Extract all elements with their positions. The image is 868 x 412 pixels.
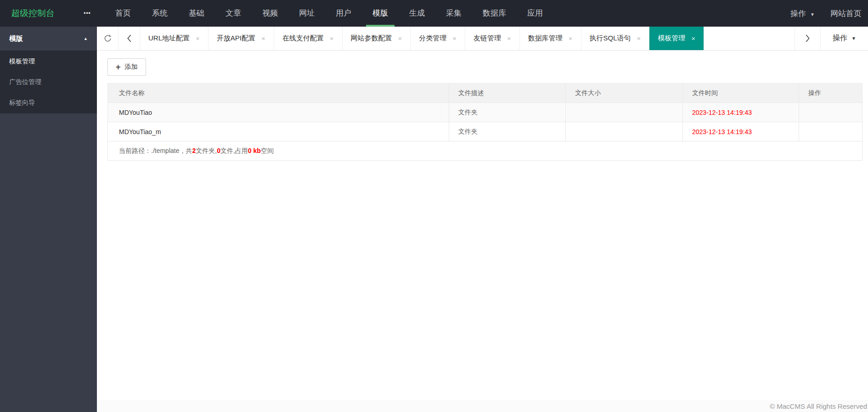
- tabbar-action-dropdown[interactable]: 操作 ▼: [820, 27, 868, 50]
- nav-item-template[interactable]: 模版: [366, 0, 395, 27]
- tab-open-api-config[interactable]: 开放API配置×: [209, 27, 274, 50]
- nav-item-label: 用户: [336, 9, 351, 17]
- summary-row: 当前路径：./template，共2文件夹,0文件,占用0 kb空间: [108, 141, 862, 161]
- plus-icon: +: [116, 63, 121, 71]
- nav-item-label: 首页: [115, 9, 131, 17]
- tab-label: 开放API配置: [217, 34, 255, 43]
- nav-item-label: 数据库: [483, 9, 506, 17]
- close-icon[interactable]: ×: [452, 35, 457, 42]
- nav-item-label: 基础: [189, 9, 204, 17]
- actions-cell: [799, 103, 862, 122]
- folder-name-link[interactable]: MDYouTiao_m: [108, 122, 449, 141]
- tab-label: URL地址配置: [148, 34, 190, 43]
- tab-online-pay-config[interactable]: 在线支付配置×: [274, 27, 343, 50]
- tabs-scroll-left-button[interactable]: [118, 27, 140, 50]
- nav-item-database[interactable]: 数据库: [476, 0, 513, 27]
- sidebar-item-tag-wizard[interactable]: 标签向导: [0, 92, 97, 113]
- tab-category-manage[interactable]: 分类管理×: [411, 27, 465, 50]
- summary-prefix: 当前路径：./template，共: [119, 147, 192, 154]
- add-button[interactable]: + 添加: [107, 58, 146, 76]
- nav-item-system[interactable]: 系统: [146, 0, 174, 27]
- caret-down-icon: ▼: [810, 12, 815, 17]
- file-desc-cell: 文件夹: [449, 122, 566, 141]
- sidebar-group-template[interactable]: 模版 ▲: [0, 27, 97, 51]
- nav-item-user[interactable]: 用户: [329, 0, 358, 27]
- file-table: 文件名称 文件描述 文件大小 文件时间 操作 MDYouTiao 文件夹 202…: [107, 83, 862, 161]
- column-header-file-name: 文件名称: [108, 84, 449, 103]
- tab-friendlink-manage[interactable]: 友链管理×: [465, 27, 520, 50]
- column-header-file-desc: 文件描述: [449, 84, 566, 103]
- tab-database-manage[interactable]: 数据库管理×: [520, 27, 581, 50]
- navbar-action-label: 操作: [790, 9, 806, 18]
- tabs-scroll-right-button[interactable]: [795, 27, 820, 50]
- add-button-label: 添加: [125, 63, 138, 71]
- brand-title: 超级控制台: [0, 7, 77, 19]
- nav-item-collect[interactable]: 采集: [440, 0, 468, 27]
- file-desc-cell: 文件夹: [449, 103, 566, 122]
- page-footer: © MacCMS All Rights Reserved: [97, 400, 868, 412]
- summary-suffix: 空间: [261, 147, 274, 154]
- nav-item-label: 应用: [527, 9, 543, 17]
- tab-site-params-config[interactable]: 网站参数配置×: [343, 27, 411, 50]
- current-path-summary: 当前路径：./template，共2文件夹,0文件,占用0 kb空间: [108, 141, 862, 161]
- close-icon[interactable]: ×: [569, 35, 573, 42]
- collapse-menu-icon[interactable]: •••: [77, 10, 97, 17]
- sidebar-item-template-manage[interactable]: 模板管理: [0, 51, 97, 72]
- actions-cell: [799, 122, 862, 141]
- nav-item-basic[interactable]: 基础: [182, 0, 211, 27]
- sidebar-submenu: 模板管理 广告位管理 标签向导: [0, 51, 97, 113]
- nav-item-label: 生成: [409, 9, 425, 17]
- nav-item-label: 文章: [225, 9, 241, 17]
- top-navbar: 超级控制台 ••• 首页 系统 基础 文章 视频 网址 用户 模版 生成 采集 …: [0, 0, 868, 27]
- tabbar-spacer: [704, 27, 795, 50]
- column-header-file-size: 文件大小: [566, 84, 683, 103]
- close-icon[interactable]: ×: [261, 35, 265, 42]
- site-home-link[interactable]: 网站首页: [830, 8, 862, 19]
- nav-item-app[interactable]: 应用: [521, 0, 549, 27]
- tab-label: 在线支付配置: [282, 34, 324, 43]
- chevron-right-icon: [805, 34, 811, 43]
- copyright-text: © MacCMS All Rights Reserved: [770, 402, 867, 410]
- nav-item-label: 模版: [372, 9, 388, 17]
- tab-execute-sql[interactable]: 执行SQL语句×: [581, 27, 650, 50]
- sidebar-item-ad-manage[interactable]: 广告位管理: [0, 72, 97, 92]
- close-icon[interactable]: ×: [196, 35, 200, 42]
- caret-down-icon: ▼: [851, 36, 856, 41]
- tab-label: 网站参数配置: [351, 34, 392, 43]
- nav-item-article[interactable]: 文章: [219, 0, 248, 27]
- nav-item-home[interactable]: 首页: [109, 0, 137, 27]
- nav-item-label: 网址: [299, 9, 315, 17]
- arrow-up-icon: ▲: [84, 36, 88, 41]
- column-header-actions: 操作: [799, 84, 862, 103]
- sidebar: 模版 ▲ 模板管理 广告位管理 标签向导: [0, 27, 97, 412]
- close-icon[interactable]: ×: [637, 35, 641, 42]
- close-icon[interactable]: ×: [330, 35, 334, 42]
- navbar-action-dropdown[interactable]: 操作▼: [790, 8, 815, 19]
- table-row: MDYouTiao_m 文件夹 2023-12-13 14:19:43: [108, 122, 862, 141]
- tab-label: 执行SQL语句: [590, 34, 631, 43]
- summary-size: 0 kb: [248, 147, 261, 154]
- summary-file-count: 0: [217, 147, 220, 154]
- close-icon[interactable]: ×: [398, 35, 402, 42]
- refresh-button[interactable]: [97, 27, 118, 50]
- sidebar-group-label: 模版: [9, 34, 23, 43]
- nav-item-website[interactable]: 网址: [293, 0, 321, 27]
- nav-item-label: 视频: [262, 9, 278, 17]
- tab-bar: URL地址配置× 开放API配置× 在线支付配置× 网站参数配置× 分类管理× …: [97, 27, 868, 51]
- tab-template-manage[interactable]: 模板管理×: [649, 27, 704, 50]
- tab-label: 友链管理: [473, 34, 501, 43]
- close-icon[interactable]: ×: [507, 35, 511, 42]
- nav-item-generate[interactable]: 生成: [403, 0, 431, 27]
- nav-item-video[interactable]: 视频: [256, 0, 284, 27]
- folder-name-link[interactable]: MDYouTiao: [108, 103, 449, 122]
- tab-label: 模板管理: [658, 34, 685, 43]
- file-size-cell: [566, 103, 683, 122]
- summary-mid2: 文件,占用: [220, 147, 248, 154]
- refresh-icon: [103, 34, 112, 43]
- tabbar-action-label: 操作: [833, 34, 847, 43]
- close-icon[interactable]: ×: [691, 35, 695, 42]
- nav-item-label: 采集: [446, 9, 462, 17]
- navbar-right: 操作▼ 网站首页: [790, 8, 868, 19]
- tab-url-config[interactable]: URL地址配置×: [140, 27, 209, 50]
- chevron-left-icon: [126, 34, 132, 43]
